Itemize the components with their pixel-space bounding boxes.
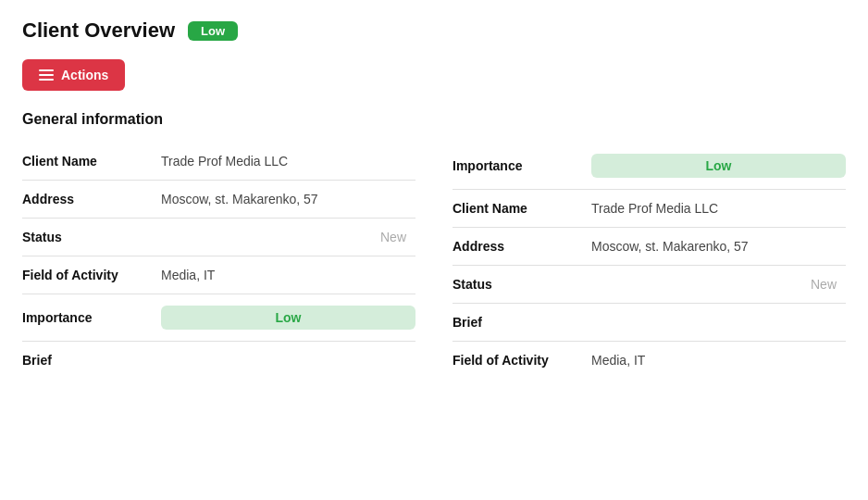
field-label: Client Name — [22, 143, 161, 181]
table-row: StatusNew — [453, 266, 846, 304]
actions-button-label: Actions — [61, 68, 108, 82]
field-label: Status — [22, 219, 161, 256]
field-value — [591, 304, 846, 342]
table-row: Brief — [22, 342, 415, 380]
field-value: Trade Prof Media LLC — [591, 190, 846, 228]
hamburger-icon — [39, 69, 54, 81]
importance-badge: Low — [591, 154, 846, 178]
table-row: ImportanceLow — [22, 294, 415, 342]
field-label: Importance — [22, 294, 161, 342]
field-value: New — [161, 219, 415, 256]
field-label: Address — [22, 181, 161, 219]
field-value: Media, IT — [161, 256, 415, 294]
field-label: Brief — [453, 304, 591, 342]
field-label: Field of Activity — [22, 256, 161, 294]
field-label: Status — [453, 266, 591, 304]
field-value: Low — [591, 143, 846, 190]
field-value: New — [591, 266, 846, 304]
table-row: StatusNew — [22, 219, 415, 256]
table-row: ImportanceLow — [453, 143, 846, 190]
importance-badge-header: Low — [188, 21, 238, 41]
actions-button[interactable]: Actions — [22, 59, 125, 91]
table-row: Client NameTrade Prof Media LLC — [22, 143, 415, 181]
table-row: Brief — [453, 304, 846, 342]
right-info-table: ImportanceLowClient NameTrade Prof Media… — [453, 143, 846, 379]
table-row: Client NameTrade Prof Media LLC — [453, 190, 846, 228]
table-row: AddressMoscow, st. Makarenko, 57 — [453, 228, 846, 266]
page-header: Client Overview Low — [22, 19, 846, 43]
table-row: Field of ActivityMedia, IT — [453, 342, 846, 380]
field-value: Moscow, st. Makarenko, 57 — [591, 228, 846, 266]
field-label: Client Name — [453, 190, 591, 228]
field-label: Importance — [453, 143, 591, 190]
importance-badge: Low — [161, 306, 415, 330]
table-row: AddressMoscow, st. Makarenko, 57 — [22, 181, 415, 219]
left-info-table: Client NameTrade Prof Media LLCAddressMo… — [22, 143, 415, 379]
field-label: Field of Activity — [453, 342, 591, 380]
page-title: Client Overview — [22, 19, 175, 43]
field-value: Moscow, st. Makarenko, 57 — [161, 181, 415, 219]
field-label: Brief — [22, 342, 161, 380]
field-value: Low — [161, 294, 415, 342]
table-row: Field of ActivityMedia, IT — [22, 256, 415, 294]
info-grid: Client NameTrade Prof Media LLCAddressMo… — [22, 143, 846, 379]
field-value — [161, 342, 415, 380]
field-label: Address — [453, 228, 591, 266]
section-title: General information — [22, 111, 846, 128]
field-value: Media, IT — [591, 342, 846, 380]
field-value: Trade Prof Media LLC — [161, 143, 415, 181]
